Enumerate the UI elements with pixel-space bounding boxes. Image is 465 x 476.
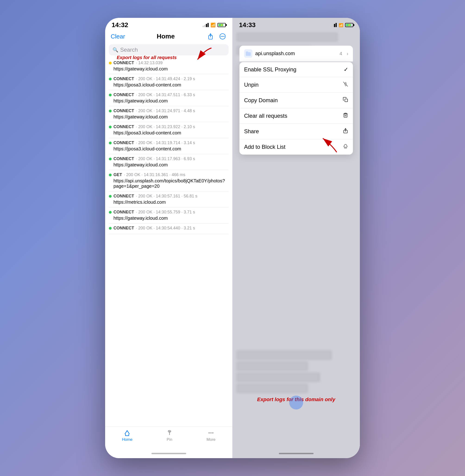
chevron-right-icon: › [347,51,348,56]
search-input[interactable]: Search [120,47,138,53]
tab-more-label: More [207,437,216,442]
status-dot [109,141,112,144]
trash-icon [343,112,348,119]
svg-point-12 [212,433,213,433]
wifi-icon-right: 📶 [338,23,343,27]
status-dot [109,211,112,214]
list-item[interactable]: CONNECT · 200 OK · 14:31:49.424 · 2.19 s… [109,74,229,90]
status-dot [109,158,112,160]
svg-point-5 [223,36,224,37]
list-item[interactable]: CONNECT · 200 OK · 14:31:47.511 · 6.33 s… [109,90,229,106]
list-item[interactable]: CONNECT · 200 OK · 14:31:17.963 · 6.93 s… [109,154,229,170]
status-dot [109,94,112,97]
menu-item-share[interactable]: Share [239,124,353,139]
nav-title: Home [157,33,175,40]
list-item[interactable]: CONNECT · 14:32:13.039 https://gateway.i… [109,58,229,74]
right-status-icons: 📶 ⚡ [331,23,353,27]
home-indicator-right [232,449,360,458]
right-panel: 14:33 📶 ⚡ [232,18,360,458]
signal-icon [203,23,209,27]
checkmark-icon: ✓ [344,66,348,73]
menu-item-block[interactable]: Add to Block List [239,139,353,155]
ssl-label: Enable SSL Proxying [244,66,296,73]
svg-point-3 [221,36,222,37]
left-time: 14:32 [112,21,128,29]
export-annotation-left: Export logs for all requests [117,55,177,60]
status-dot [109,78,112,80]
tab-home-label: Home [122,437,132,442]
context-menu: Enable SSL Proxying ✓ Unpin Copy Domain [239,62,353,155]
list-item[interactable]: CONNECT · 200 OK · 14:31:24.971 · 4.48 s… [109,106,229,122]
tab-home[interactable]: Home [122,429,132,442]
menu-item-copy-domain[interactable]: Copy Domain [239,93,353,108]
right-time: 14:33 [239,21,256,29]
signal-icon-right [331,23,337,27]
context-menu-wrapper: api.unsplash.com 4 › Enable SSL Proxying… [239,46,353,155]
share-button[interactable] [206,32,215,41]
status-dot [109,110,112,112]
left-status-icons: 📶 ⚡ [203,22,226,28]
tab-pin-label: Pin [167,437,172,442]
svg-point-4 [222,36,223,37]
list-item[interactable]: GET · 200 OK · 14:31:16.361 · 466 ms htt… [109,170,229,191]
clear-button[interactable]: Clear [111,33,125,40]
status-dot [109,62,112,65]
status-dot [109,195,112,198]
status-dot [109,173,112,176]
share-icon [343,128,348,135]
right-status-bar: 14:33 📶 ⚡ [232,18,360,30]
svg-rect-15 [344,114,347,117]
status-dot [109,126,112,128]
blurred-row [236,32,338,42]
home-indicator [105,449,232,458]
menu-item-ssl[interactable]: Enable SSL Proxying ✓ [239,62,353,77]
list-item[interactable]: CONNECT · 200 OK · 14:30:57.161 · 56.81 … [109,191,229,207]
menu-item-clear-requests[interactable]: Clear all requests [239,108,353,124]
unpin-label: Unpin [244,82,259,88]
menu-item-unpin[interactable]: Unpin [239,77,353,93]
blurred-content [236,349,356,412]
domain-header[interactable]: api.unsplash.com 4 › [239,46,353,62]
search-icon: 🔍 [113,47,118,53]
domain-folder-icon [244,49,253,58]
wifi-icon: 📶 [211,22,216,28]
copy-domain-label: Copy Domain [244,97,278,104]
request-list: CONNECT · 14:32:13.039 https://gateway.i… [105,58,232,426]
list-item[interactable]: CONNECT · 200 OK · 14:31:19.714 · 3.14 s… [109,138,229,154]
left-panel: 14:32 📶 ⚡ Clear Home [105,18,232,458]
device-container: 14:32 📶 ⚡ Clear Home [105,18,360,458]
tab-pin[interactable]: Pin [166,429,173,442]
svg-point-10 [209,433,210,433]
battery-icon: ⚡ [217,23,226,27]
svg-rect-14 [345,99,348,102]
status-dot [109,227,112,230]
search-bar[interactable]: 🔍 Search [109,44,229,55]
left-status-bar: 14:32 📶 ⚡ [105,18,232,30]
unpin-icon [343,81,348,88]
tab-bar: Home Pin More [105,426,232,449]
domain-count: 4 [339,51,342,56]
domain-name: api.unsplash.com [255,51,337,56]
clear-requests-label: Clear all requests [244,113,287,119]
nav-icons [206,32,227,41]
tab-more[interactable]: More [207,429,216,442]
svg-point-11 [211,433,212,433]
list-item[interactable]: CONNECT · 200 OK · 14:30:55.759 · 3.71 s… [109,207,229,223]
more-button[interactable] [218,32,227,41]
nav-bar: Clear Home [105,30,232,43]
block-icon [343,143,348,151]
share-label: Share [244,128,259,135]
block-label: Add to Block List [244,144,285,150]
list-item[interactable]: CONNECT · 200 OK · 14:30:54.440 · 3.21 s [109,223,229,234]
list-item[interactable]: CONNECT · 200 OK · 14:31:23.922 · 2.10 s… [109,122,229,138]
battery-icon-right: ⚡ [345,23,353,27]
copy-icon [343,97,348,104]
